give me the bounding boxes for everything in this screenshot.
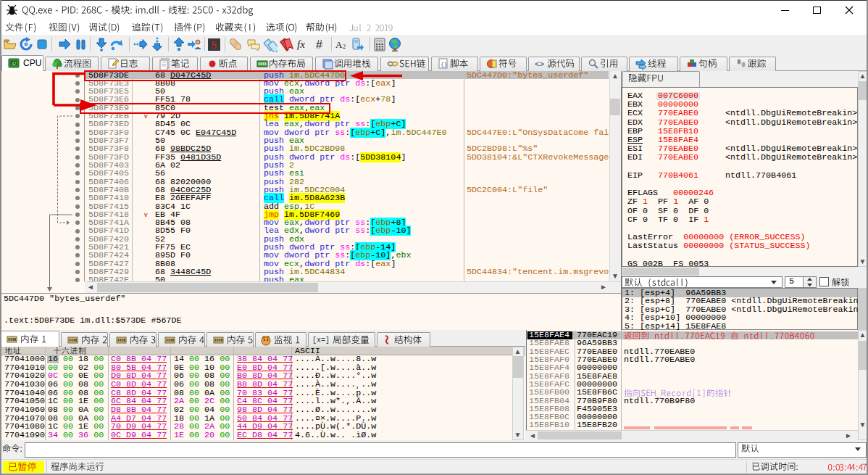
- svg-text:A: A: [335, 39, 343, 50]
- svg-text:fx: fx: [297, 38, 305, 50]
- svg-text:2: 2: [343, 44, 346, 50]
- svg-text:{}: {}: [441, 61, 448, 67]
- svg-text:S: S: [212, 40, 217, 51]
- svg-text:<>: <>: [535, 60, 544, 69]
- svg-text:#: #: [316, 38, 322, 51]
